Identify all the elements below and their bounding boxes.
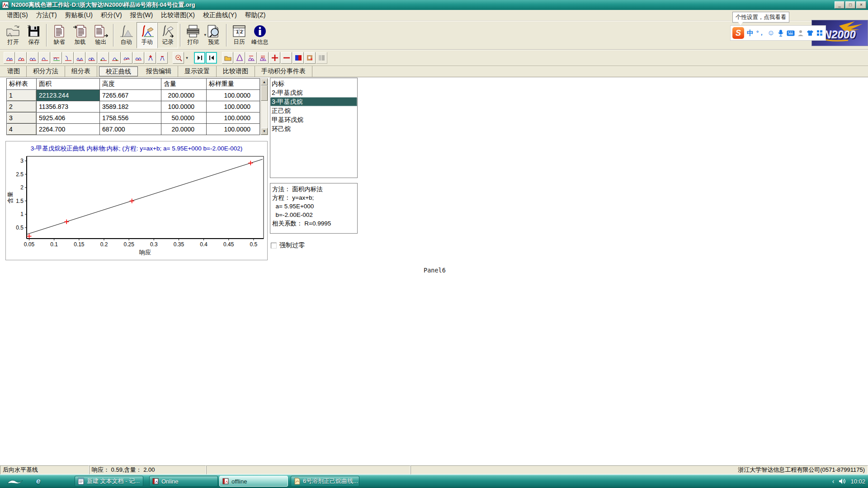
task-button-6号溶剂正己烷曲线...[interactable]: 6号溶剂正己烷曲线... bbox=[291, 476, 359, 487]
menu-item-7[interactable]: 帮助(Z) bbox=[241, 10, 270, 20]
toolbar-button-打印[interactable]: 打印▾ bbox=[183, 22, 203, 48]
nav-next-icon[interactable] bbox=[194, 52, 205, 64]
punctuation-mode-icon[interactable]: °， bbox=[756, 29, 764, 37]
tab-显示设置[interactable]: 显示设置 bbox=[178, 66, 217, 77]
component-item-环己烷[interactable]: 环己烷 bbox=[270, 124, 357, 133]
toolbar-button-预览[interactable]: 预览 bbox=[203, 22, 224, 48]
internet-explorer-icon[interactable]: e bbox=[36, 477, 40, 486]
peak-icon[interactable] bbox=[4, 52, 15, 64]
tab-手动积分事件表[interactable]: 手动积分事件表 bbox=[255, 66, 312, 77]
table-cell[interactable]: 200.0000 bbox=[161, 90, 207, 101]
remove-peak-icon[interactable] bbox=[156, 52, 168, 64]
table-cell[interactable]: 7265.667 bbox=[100, 90, 161, 101]
toolbar-button-保存[interactable]: 保存 bbox=[24, 22, 44, 48]
menu-grid-icon[interactable] bbox=[816, 30, 823, 36]
component-item-甲基环戊烷[interactable]: 甲基环戊烷 bbox=[270, 115, 357, 124]
menu-item-4[interactable]: 报告(W) bbox=[126, 10, 157, 20]
table-cell[interactable]: 2264.700 bbox=[37, 124, 100, 135]
row-header-cell[interactable]: 2 bbox=[7, 101, 37, 113]
marker-b-icon[interactable] bbox=[257, 52, 269, 64]
zoom-dropdown-icon[interactable]: ▾ bbox=[184, 52, 189, 64]
row-header-cell[interactable]: 4 bbox=[7, 124, 37, 135]
start-bird-icon[interactable] bbox=[6, 476, 30, 486]
flat-base-icon[interactable] bbox=[133, 52, 144, 64]
add-point-icon[interactable] bbox=[269, 52, 280, 64]
add-peak-icon[interactable] bbox=[145, 52, 156, 64]
sogou-logo-icon[interactable]: S bbox=[732, 27, 744, 39]
toolbar-button-日历[interactable]: 12日历 bbox=[229, 22, 250, 48]
table-cell[interactable]: 50.0000 bbox=[161, 113, 207, 124]
tab-比较谱图[interactable]: 比较谱图 bbox=[217, 66, 255, 77]
tab-组分表[interactable]: 组分表 bbox=[65, 66, 97, 77]
palette-disabled-icon[interactable] bbox=[316, 52, 327, 64]
toolbar-button-记录[interactable]: 记录 bbox=[157, 22, 178, 48]
microphone-icon[interactable] bbox=[778, 29, 784, 37]
valley-icon[interactable] bbox=[74, 52, 85, 64]
table-cell[interactable]: 1758.556 bbox=[100, 113, 161, 124]
toolbar-button-峰信息[interactable]: 峰信息 bbox=[250, 22, 270, 48]
tab-报告编辑[interactable]: 报告编辑 bbox=[140, 66, 178, 77]
table-cell[interactable]: 22123.244 bbox=[37, 90, 100, 101]
toolbar-button-自动[interactable]: 自动 bbox=[116, 22, 137, 48]
tab-谱图[interactable]: 谱图 bbox=[1, 66, 27, 77]
sogou-tooltip[interactable]: 个性设置，点我看看 bbox=[732, 12, 789, 23]
row-header-cell[interactable]: 3 bbox=[7, 113, 37, 124]
tab-校正曲线[interactable]: 校正曲线 bbox=[99, 66, 138, 76]
tab-积分方法[interactable]: 积分方法 bbox=[27, 66, 65, 77]
toolbar-button-打开[interactable]: 打开 bbox=[3, 22, 24, 48]
table-cell[interactable]: 687.000 bbox=[100, 124, 161, 135]
table-cell[interactable]: 20.0000 bbox=[161, 124, 207, 135]
marker-a-icon[interactable] bbox=[245, 52, 257, 64]
palette-a-icon[interactable] bbox=[292, 52, 304, 64]
dot-start-icon[interactable] bbox=[98, 52, 109, 64]
table-cell[interactable]: 100.0000 bbox=[207, 90, 260, 101]
dot-end-icon[interactable] bbox=[109, 52, 121, 64]
force-zero-checkbox[interactable] bbox=[271, 243, 277, 249]
maximize-button[interactable]: □ bbox=[845, 1, 855, 9]
component-item-正己烷[interactable]: 正己烷 bbox=[270, 106, 357, 115]
keyboard-icon[interactable] bbox=[787, 30, 795, 36]
table-cell[interactable]: 100.0000 bbox=[207, 124, 260, 135]
ridge-icon[interactable] bbox=[121, 52, 132, 64]
table-cell[interactable]: 100.0000 bbox=[161, 101, 207, 113]
volume-icon[interactable] bbox=[839, 478, 846, 484]
peak-reject-icon[interactable] bbox=[15, 52, 27, 64]
menu-item-1[interactable]: 方法(T) bbox=[32, 10, 61, 20]
zoom-icon[interactable] bbox=[173, 52, 184, 64]
toolbar-button-缺省[interactable]: 缺省 bbox=[49, 22, 70, 48]
close-button[interactable]: × bbox=[856, 1, 866, 9]
palette-b-icon[interactable] bbox=[304, 52, 316, 64]
table-cell[interactable]: 5925.406 bbox=[37, 113, 100, 124]
table-scrollbar[interactable]: ▲ ▼ bbox=[260, 78, 268, 135]
menu-item-5[interactable]: 比较谱图(X) bbox=[157, 10, 199, 20]
scrollbar-thumb[interactable] bbox=[261, 85, 268, 101]
nav-prev-icon[interactable] bbox=[206, 52, 217, 64]
component-item-内标[interactable]: 内标 bbox=[270, 79, 357, 88]
tray-collapse-chevron-icon[interactable]: ‹ bbox=[832, 478, 835, 485]
toolbar-button-输出[interactable]: 输出 bbox=[90, 22, 111, 48]
row-header-cell[interactable]: 1 bbox=[7, 90, 37, 101]
table-cell[interactable]: 100.0000 bbox=[207, 101, 260, 113]
merge-peaks-icon[interactable] bbox=[86, 52, 97, 64]
force-zero-option[interactable]: 强制过零 bbox=[271, 241, 305, 249]
open-curve-icon[interactable] bbox=[222, 52, 233, 64]
peak-clip-icon[interactable] bbox=[51, 52, 62, 64]
scroll-up-arrow-icon[interactable]: ▲ bbox=[261, 79, 268, 85]
task-button-新建 文本文档 - 记...[interactable]: 新建 文本文档 - 记... bbox=[75, 476, 143, 487]
single-peak-icon[interactable] bbox=[234, 52, 245, 64]
twin-peak-icon[interactable] bbox=[27, 52, 38, 64]
menu-item-3[interactable]: 积分(V) bbox=[97, 10, 126, 20]
task-button-Online[interactable]: Online bbox=[149, 476, 218, 487]
peak-fill-icon[interactable] bbox=[39, 52, 50, 64]
skin-shirt-icon[interactable] bbox=[807, 30, 814, 36]
table-cell[interactable]: 11356.873 bbox=[37, 101, 100, 113]
table-cell[interactable]: 100.0000 bbox=[207, 113, 260, 124]
tail-cut-icon[interactable] bbox=[62, 52, 74, 64]
table-cell[interactable]: 3589.182 bbox=[100, 101, 161, 113]
user-icon[interactable] bbox=[797, 30, 804, 37]
menu-item-2[interactable]: 剪贴板(U) bbox=[61, 10, 97, 20]
chinese-mode-icon[interactable]: 中 bbox=[747, 29, 754, 38]
toolbar-button-加载[interactable]: 加载 bbox=[70, 22, 90, 48]
component-item-3-甲基戊烷[interactable]: 3-甲基戊烷 bbox=[270, 97, 357, 106]
scroll-down-arrow-icon[interactable]: ▼ bbox=[261, 128, 268, 135]
